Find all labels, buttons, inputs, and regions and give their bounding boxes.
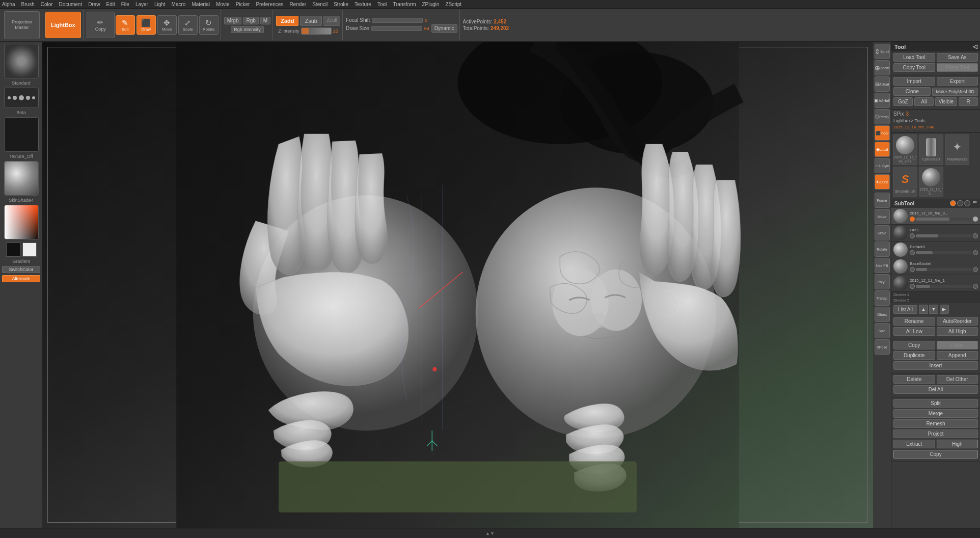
merge-button[interactable]: Merge bbox=[893, 409, 978, 418]
rotate-button[interactable]: Rotate bbox=[875, 241, 890, 257]
export-button[interactable]: Export bbox=[937, 77, 978, 86]
goz-button[interactable]: GoZ bbox=[893, 97, 913, 106]
auto-reorder-button[interactable]: AutoReorder bbox=[937, 317, 978, 326]
canvas-area[interactable] bbox=[42, 42, 873, 528]
paste-tool-button[interactable]: Paste Tool bbox=[937, 63, 978, 72]
all-button[interactable]: All bbox=[914, 97, 934, 106]
subtool-eye-2[interactable] bbox=[973, 250, 978, 255]
del-other-button[interactable]: Del Other bbox=[937, 375, 978, 384]
menu-zscript[interactable]: ZScript bbox=[445, 2, 461, 7]
import-button[interactable]: Import bbox=[893, 77, 935, 86]
menu-light[interactable]: Light bbox=[154, 2, 166, 7]
save-as-button[interactable]: Save As bbox=[937, 53, 978, 62]
make-polymesh3d-button[interactable]: Make PolyMesh3D bbox=[932, 88, 978, 96]
tool-thumb-fire[interactable]: 2015_12_16_fir... bbox=[919, 167, 943, 197]
subtool-item-4[interactable]: 2015_12_11_fire_1 bbox=[891, 275, 980, 292]
aahalf-tool-button[interactable]: ▣ AAHalf bbox=[875, 93, 890, 108]
delete-button[interactable]: Delete bbox=[893, 375, 935, 384]
white-swatch[interactable] bbox=[22, 243, 37, 257]
menu-zplugin[interactable]: ZPlugin bbox=[422, 2, 439, 7]
subtool-slider-4[interactable] bbox=[916, 285, 972, 288]
z-intensity-slider[interactable] bbox=[301, 28, 332, 35]
scale-mode-button[interactable]: ⤢ Scale bbox=[178, 15, 198, 35]
menu-render[interactable]: Render bbox=[289, 2, 306, 7]
all-high-button[interactable]: All High bbox=[937, 327, 978, 336]
rename-button[interactable]: Rename bbox=[893, 317, 935, 326]
local-tool-button[interactable]: ◉ Local bbox=[875, 142, 890, 157]
switch-color-button[interactable]: SwitchColor bbox=[2, 266, 40, 273]
dynamic-button[interactable]: Dynamic bbox=[431, 24, 457, 33]
menu-texture[interactable]: Texture bbox=[355, 2, 371, 7]
insert-button[interactable]: Insert bbox=[893, 361, 978, 370]
toggle-off2[interactable] bbox=[964, 200, 970, 206]
subtool-slider-0[interactable] bbox=[916, 218, 972, 221]
menu-alpha[interactable]: Alpha bbox=[2, 2, 15, 7]
arrow-down-button[interactable]: ▼ bbox=[929, 305, 938, 314]
menu-stroke[interactable]: Stroke bbox=[334, 2, 348, 7]
project-button[interactable]: Project bbox=[893, 429, 978, 438]
all-low-button[interactable]: All Low bbox=[893, 327, 935, 336]
menu-transform[interactable]: Transform bbox=[393, 2, 416, 7]
alpha-preview[interactable] bbox=[4, 44, 39, 78]
projection-master-button[interactable]: Projection Master bbox=[4, 11, 40, 39]
zadd-button[interactable]: Zadd bbox=[276, 16, 298, 26]
material-sphere[interactable] bbox=[4, 161, 39, 196]
xpose-button[interactable]: XPose bbox=[875, 339, 890, 355]
menu-material[interactable]: Material bbox=[192, 2, 210, 7]
scale-button[interactable]: Scale bbox=[875, 225, 890, 240]
toggle-on[interactable] bbox=[950, 200, 956, 206]
subtool-slider-3[interactable] bbox=[916, 268, 972, 271]
menu-draw[interactable]: Draw bbox=[88, 2, 100, 7]
menu-edit[interactable]: Edit bbox=[106, 2, 115, 7]
menu-layer[interactable]: Layer bbox=[135, 2, 148, 7]
frame-button[interactable]: Frame bbox=[875, 193, 890, 208]
menu-brush[interactable]: Brush bbox=[21, 2, 35, 7]
menu-macro[interactable]: Macro bbox=[172, 2, 186, 7]
tool-thumb-simplebrush[interactable]: S SimpleBrush bbox=[893, 167, 917, 197]
paste-button[interactable]: Paste bbox=[937, 341, 978, 349]
subtool-item-1[interactable]: Fire1 bbox=[891, 225, 980, 241]
transp-button[interactable]: Transp bbox=[875, 290, 890, 306]
subtool-slider-1[interactable] bbox=[916, 234, 972, 237]
del-all-button[interactable]: Del All bbox=[893, 385, 978, 394]
subtool-item-2[interactable]: ExtractS bbox=[891, 241, 980, 258]
focal-shift-slider[interactable] bbox=[372, 18, 423, 23]
lsym-tool-button[interactable]: ↔ L.Sym bbox=[875, 158, 890, 173]
mrgb-button[interactable]: Mrgb bbox=[224, 17, 242, 24]
menu-movie[interactable]: Movie bbox=[216, 2, 230, 7]
draw-size-slider[interactable] bbox=[371, 26, 422, 31]
subtool-eye-0[interactable] bbox=[973, 217, 978, 222]
toggle-off[interactable] bbox=[957, 200, 963, 206]
subtool-eye-3[interactable] bbox=[973, 267, 978, 272]
tool-thumb-sphere[interactable]: 2015_12_16_fire_3.48 bbox=[893, 134, 917, 165]
list-all-button[interactable]: List All bbox=[893, 305, 917, 314]
color-picker[interactable] bbox=[4, 205, 39, 239]
load-tool-button[interactable]: Load Tool bbox=[893, 53, 935, 62]
texture-preview[interactable] bbox=[4, 117, 39, 152]
subtool-item-3[interactable]: BaseSockel bbox=[891, 258, 980, 275]
high-button[interactable]: High bbox=[937, 440, 978, 448]
draw-mode-button[interactable]: ⬛ Draw bbox=[137, 15, 156, 35]
solo-button[interactable]: Solo bbox=[875, 323, 890, 338]
copy-tool-button[interactable]: Copy Tool bbox=[893, 63, 935, 72]
use-fill-button[interactable]: Use Fill bbox=[875, 258, 890, 273]
persp-tool-button[interactable]: ⬡ Persp bbox=[875, 109, 890, 124]
zsub-button[interactable]: Zsub bbox=[300, 16, 321, 26]
actual-tool-button[interactable]: ⊞ Actual bbox=[875, 76, 890, 92]
subtool-eye-4[interactable] bbox=[973, 284, 978, 289]
menu-picker[interactable]: Picker bbox=[236, 2, 250, 7]
copy-badge-button[interactable]: Copy bbox=[893, 450, 978, 459]
polyf-button[interactable]: PolyF bbox=[875, 274, 890, 289]
subtool-eye-1[interactable] bbox=[973, 233, 978, 238]
ghost-button[interactable]: Ghost bbox=[875, 307, 890, 322]
copy-button[interactable]: Copy bbox=[893, 341, 935, 349]
black-swatch[interactable] bbox=[6, 243, 20, 257]
menu-color[interactable]: Color bbox=[41, 2, 53, 7]
eye-icon[interactable]: 👁 bbox=[973, 200, 977, 206]
rgb-button[interactable]: Rgb bbox=[243, 17, 258, 24]
scroll-tool-button[interactable]: ⇕ Scroll bbox=[875, 44, 890, 59]
menu-stencil[interactable]: Stencil bbox=[312, 2, 328, 7]
rotate-mode-button[interactable]: ↻ Rotate bbox=[199, 15, 219, 35]
m-button[interactable]: M bbox=[260, 17, 270, 24]
remesh-button[interactable]: Remesh bbox=[893, 419, 978, 428]
